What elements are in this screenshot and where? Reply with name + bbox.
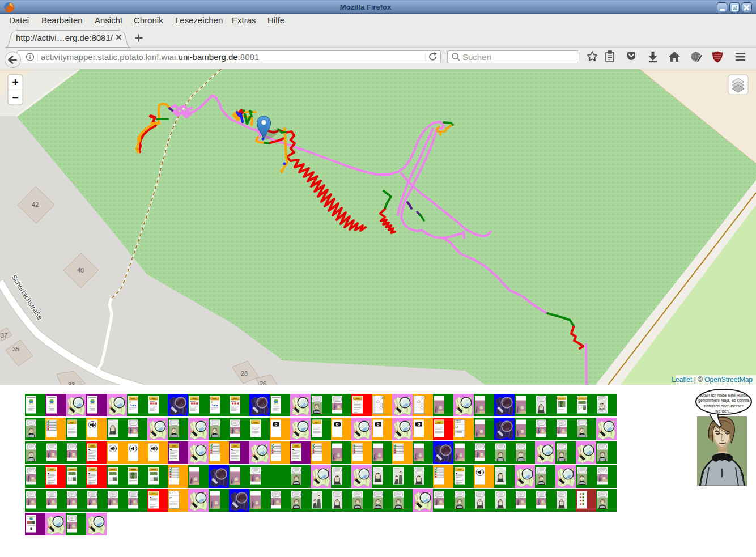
svg-text:26: 26 [260,380,266,385]
svg-text:+: + [12,76,19,88]
svg-text:28: 28 [241,370,248,377]
svg-text:−: − [12,91,19,104]
svg-text:40: 40 [77,267,84,274]
svg-text:http://activi…erg.de:8081/: http://activi…erg.de:8081/ [16,33,113,42]
svg-text:33: 33 [68,381,75,385]
svg-text:35: 35 [12,346,19,352]
svg-text:37: 37 [1,332,7,339]
svg-text:Leaflet | © OpenStreetMap: Leaflet | © OpenStreetMap [672,376,753,384]
svg-text:42: 42 [32,201,39,208]
